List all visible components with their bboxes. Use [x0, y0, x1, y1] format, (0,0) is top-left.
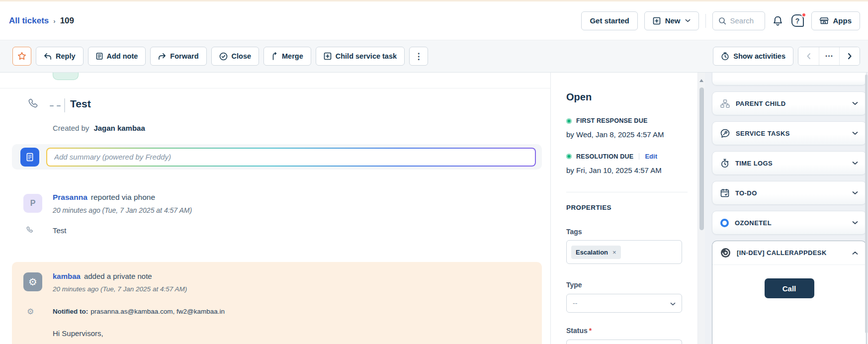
- chevron-down-icon: [670, 299, 676, 308]
- scrolled-tag-chip-partial: [53, 73, 79, 80]
- chevron-right-icon: [848, 53, 852, 60]
- breadcrumb-ticket-id: 109: [60, 16, 74, 26]
- pager-more-button[interactable]: …: [819, 47, 839, 65]
- add-note-button[interactable]: Add note: [88, 47, 146, 66]
- ellipsis-icon: …: [825, 52, 834, 61]
- get-started-button[interactable]: Get started: [581, 11, 637, 30]
- previous-ticket-button[interactable]: [798, 47, 819, 65]
- note-document-icon: [96, 52, 103, 60]
- reply-arrow-icon: [44, 53, 52, 60]
- chevron-down-icon: [852, 131, 858, 135]
- kebab-menu-icon: ⋮: [415, 51, 423, 62]
- widget-parent-child[interactable]: PARENT CHILD: [712, 91, 867, 115]
- widget-service-tasks[interactable]: SERVICE TASKS: [712, 121, 867, 145]
- collapse-dashes-icon[interactable]: [50, 105, 61, 106]
- callerappdesk-header[interactable]: [IN-DEV] CALLERAPPDESK: [712, 241, 866, 265]
- message-timestamp: 20 minutes ago (Tue, 7 Jan 2025 at 4:57 …: [53, 206, 192, 214]
- chevron-down-icon: [852, 191, 858, 195]
- forward-arrow-icon: [158, 53, 166, 60]
- search-box[interactable]: [712, 11, 765, 30]
- status-select[interactable]: [566, 340, 682, 344]
- notified-to-line: Notified to:prasanna.as@kambaa.com, fw2@…: [53, 308, 225, 315]
- favorite-star-button[interactable]: [12, 47, 31, 66]
- scroll-up-arrow-icon[interactable]: [699, 79, 703, 82]
- requester-name[interactable]: Jagan kambaa: [93, 124, 145, 132]
- notifications-bell-icon[interactable]: [772, 14, 784, 27]
- help-icon[interactable]: ?: [790, 13, 805, 28]
- star-icon: [17, 51, 27, 61]
- widget-ozonetel[interactable]: OZONETEL: [712, 211, 867, 235]
- forward-button[interactable]: Forward: [150, 47, 206, 66]
- scrollbar-thumb[interactable]: [699, 87, 704, 230]
- summary-gradient-border: [46, 148, 536, 167]
- plus-square-icon: [324, 52, 332, 60]
- freddy-summary-icon[interactable]: [20, 148, 39, 167]
- author-link[interactable]: Prasanna: [53, 193, 87, 201]
- resolution-row: RESOLUTION DUE Edit: [566, 153, 657, 160]
- add-summary-input[interactable]: [47, 149, 535, 166]
- type-label: Type: [566, 281, 582, 289]
- breadcrumb-all-tickets-link[interactable]: All tickets: [9, 16, 49, 26]
- check-circle-icon: [219, 52, 228, 61]
- call-button[interactable]: Call: [765, 278, 814, 298]
- conversation-panel: Test Created byJagan kambaa P Prasannare…: [0, 73, 551, 344]
- first-response-row: FIRST RESPONSE DUE: [566, 117, 648, 124]
- apps-widgets-panel: PARENT CHILD SERVICE TASKS TIME LOGS: [705, 73, 868, 344]
- ticket-action-toolbar: Reply Add note Forward Close Merge: [0, 40, 868, 73]
- next-ticket-button[interactable]: [839, 47, 860, 65]
- author-link[interactable]: kambaa: [53, 272, 81, 280]
- edit-sla-link[interactable]: Edit: [645, 153, 657, 160]
- sla-green-dot-icon: [566, 154, 572, 159]
- breadcrumb: All tickets › 109: [9, 16, 74, 26]
- phone-channel-icon: [27, 97, 41, 113]
- widget-time-logs[interactable]: TIME LOGS: [712, 151, 867, 175]
- merge-branch-icon: [271, 52, 278, 60]
- gear-icon: ⚙: [28, 276, 37, 288]
- widget-card-partial[interactable]: [712, 73, 867, 86]
- sitemap-icon: [720, 99, 730, 108]
- remove-tag-icon[interactable]: ×: [612, 249, 616, 256]
- system-avatar[interactable]: ⚙: [23, 272, 42, 291]
- widget-to-do[interactable]: TO-DO: [712, 181, 867, 205]
- sla-green-dot-icon: [566, 118, 572, 124]
- new-button[interactable]: New: [644, 11, 699, 30]
- required-asterisk: *: [589, 327, 592, 335]
- note-timestamp: 20 minutes ago (Tue, 7 Jan 2025 at 4:57 …: [53, 285, 187, 293]
- page-scrollbar-thumb[interactable]: [865, 75, 868, 333]
- first-response-due: by Wed, Jan 8, 2025 4:57 AM: [566, 130, 664, 139]
- note-body: Hi Supervisors,: [53, 329, 103, 338]
- show-activities-button[interactable]: Show activities: [713, 47, 793, 66]
- chevron-down-icon: [852, 161, 858, 165]
- stopwatch-icon: [720, 159, 729, 168]
- apps-button[interactable]: Apps: [811, 11, 861, 30]
- chevron-down-icon: [852, 101, 858, 105]
- ticket-pager: …: [798, 47, 860, 66]
- reply-button[interactable]: Reply: [36, 47, 84, 66]
- callerappdesk-icon: [720, 248, 731, 258]
- search-input[interactable]: [730, 16, 759, 25]
- edit-divider: [639, 153, 639, 160]
- chevron-down-icon: [685, 19, 691, 22]
- properties-section-title: PROPERTIES: [566, 204, 611, 211]
- tags-field[interactable]: Escalation ×: [566, 240, 682, 264]
- notified-recipients: prasanna.as@kambaa.com, fw2@kambaa.in: [90, 308, 225, 315]
- ticket-properties-panel: Open FIRST RESPONSE DUE by Wed, Jan 8, 2…: [551, 73, 697, 344]
- activity-clock-icon: [721, 52, 729, 61]
- more-actions-button[interactable]: ⋮: [409, 47, 428, 66]
- title-divider: [64, 98, 65, 112]
- close-ticket-button[interactable]: Close: [211, 47, 260, 66]
- note-header: kambaaadded a private note: [53, 272, 152, 280]
- phone-icon: [26, 226, 35, 237]
- widget-callerappdesk: [IN-DEV] CALLERAPPDESK Call: [712, 241, 867, 344]
- merge-button[interactable]: Merge: [263, 47, 311, 66]
- avatar[interactable]: P: [23, 194, 42, 213]
- tags-label: Tags: [566, 228, 582, 236]
- resolution-due: by Fri, Jan 10, 2025 4:57 AM: [566, 166, 662, 174]
- message-header: Prasannareported via phone: [53, 193, 155, 202]
- properties-divider: [566, 192, 688, 192]
- chevron-up-icon: [852, 251, 858, 255]
- conversation-divider: [0, 88, 550, 88]
- message-body: Test: [53, 226, 67, 235]
- type-select[interactable]: --: [566, 294, 682, 313]
- child-service-task-button[interactable]: Child service task: [316, 47, 405, 66]
